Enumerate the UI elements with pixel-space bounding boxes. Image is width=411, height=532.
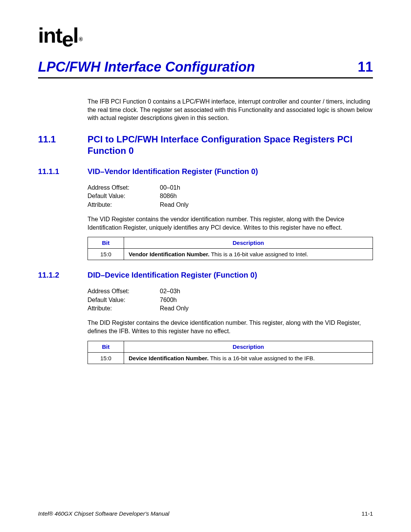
section-title: PCI to LPC/FWH Interface Configuration S… [88, 134, 373, 157]
cell-description: Vendor Identification Number. This is a … [124, 249, 373, 260]
subsection-title: DID–Device Identification Register (Func… [88, 271, 257, 280]
attr-row: Address Offset: 00–01h [88, 184, 373, 192]
attr-label: Address Offset: [88, 184, 160, 192]
attr-row: Address Offset: 02–03h [88, 287, 373, 296]
subsection-heading-11-1-1: 11.1.1 VID–Vendor Identification Registe… [38, 167, 373, 176]
vid-attributes: Address Offset: 00–01h Default Value: 80… [88, 184, 373, 209]
attr-label: Default Value: [88, 192, 160, 200]
footer-manual-title: Intel® 460GX Chipset Software Developer'… [38, 510, 169, 517]
subsection-title: VID–Vendor Identification Register (Func… [88, 167, 258, 176]
subsection-number: 11.1.2 [38, 271, 88, 280]
attr-label: Address Offset: [88, 287, 160, 296]
table-row: 15:0 Device Identification Number. This … [88, 352, 373, 364]
cell-bit: 15:0 [88, 352, 124, 364]
desc-rest: This is a 16-bit value assigned to the I… [209, 355, 315, 361]
attr-label: Default Value: [88, 296, 160, 304]
attr-value: 02–03h [160, 287, 180, 296]
col-header-description: Description [124, 341, 373, 352]
vid-register-table: Bit Description 15:0 Vendor Identificati… [88, 237, 373, 260]
attr-row: Default Value: 8086h [88, 192, 373, 200]
subsection-heading-11-1-2: 11.1.2 DID–Device Identification Registe… [38, 271, 373, 280]
page-footer: Intel® 460GX Chipset Software Developer'… [38, 510, 373, 517]
chapter-heading: LPC/FWH Interface Configuration 11 [38, 59, 373, 78]
chapter-title: LPC/FWH Interface Configuration [38, 59, 255, 75]
col-header-description: Description [124, 237, 373, 249]
chapter-number: 11 [358, 59, 373, 75]
intro-paragraph: The IFB PCI Function 0 contains a LPC/FW… [88, 97, 373, 122]
attr-row: Default Value: 7600h [88, 296, 373, 304]
did-register-table: Bit Description 15:0 Device Identificati… [88, 341, 373, 364]
attr-value: Read Only [160, 304, 189, 313]
attr-value: 7600h [160, 296, 177, 304]
section-heading-11-1: 11.1 PCI to LPC/FWH Interface Configurat… [38, 134, 373, 157]
attr-label: Attribute: [88, 304, 160, 313]
did-description: The DID Register contains the device ide… [88, 319, 373, 335]
cell-description: Device Identification Number. This is a … [124, 352, 373, 364]
attr-value: 8086h [160, 192, 177, 200]
table-row: 15:0 Vendor Identification Number. This … [88, 249, 373, 260]
desc-bold: Device Identification Number. [129, 355, 209, 361]
desc-rest: This is a 16-bit value assigned to Intel… [210, 251, 308, 257]
attr-value: 00–01h [160, 184, 180, 192]
page: intel® LPC/FWH Interface Configuration 1… [0, 0, 411, 532]
attr-label: Attribute: [88, 201, 160, 209]
table-header-row: Bit Description [88, 237, 373, 249]
intel-logo: intel® [38, 23, 373, 48]
col-header-bit: Bit [88, 341, 124, 352]
footer-page-number: 11-1 [362, 510, 373, 517]
col-header-bit: Bit [88, 237, 124, 249]
attr-value: Read Only [160, 201, 189, 209]
attr-row: Attribute: Read Only [88, 304, 373, 313]
registered-mark: ® [79, 36, 82, 42]
attr-row: Attribute: Read Only [88, 201, 373, 209]
vid-description: The VID Register contains the vendor ide… [88, 215, 373, 232]
desc-bold: Vendor Identification Number. [129, 251, 210, 257]
section-number: 11.1 [38, 134, 88, 157]
cell-bit: 15:0 [88, 249, 124, 260]
table-header-row: Bit Description [88, 341, 373, 352]
subsection-number: 11.1.1 [38, 167, 88, 176]
did-attributes: Address Offset: 02–03h Default Value: 76… [88, 287, 373, 313]
